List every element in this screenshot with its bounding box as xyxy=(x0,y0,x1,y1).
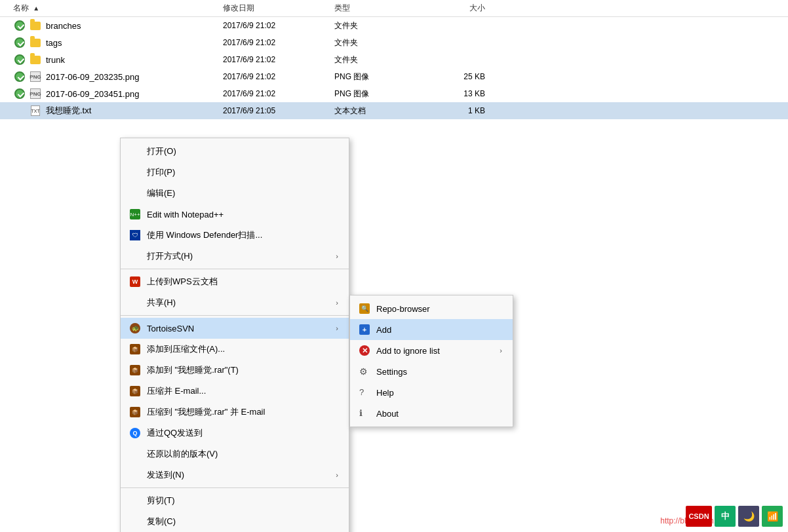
submenu-item-add[interactable]: + Add xyxy=(350,319,513,340)
file-list-header: 名称 ▲ 修改日期 类型 大小 xyxy=(0,0,788,17)
qq-icon: Q xyxy=(130,428,140,438)
file-date: 2017/6/9 21:05 xyxy=(223,106,334,115)
menu-label: 通过QQ发送到 xyxy=(147,427,338,439)
submenu-item-settings[interactable]: ⚙ Settings xyxy=(350,361,513,382)
table-row[interactable]: branches 2017/6/9 21:02 文件夹 xyxy=(0,17,788,34)
menu-item-sendto[interactable]: 发送到(N) › xyxy=(121,465,349,485)
file-list: branches 2017/6/9 21:02 文件夹 tags 2017/6/… xyxy=(0,17,788,119)
submenu-item-ignore[interactable]: ✕ Add to ignore list › xyxy=(350,340,513,361)
txt-icon: TXT xyxy=(31,105,40,116)
menu-separator xyxy=(121,487,349,488)
menu-item-compress4[interactable]: 📦 压缩到 "我想睡觉.rar" 并 E-mail xyxy=(121,402,349,423)
menu-item-openwith[interactable]: 打开方式(H) › xyxy=(121,246,349,267)
file-type-label: 文本文档 xyxy=(334,105,426,117)
menu-item-restore[interactable]: 还原以前的版本(V) xyxy=(121,444,349,465)
png-icon: PNG xyxy=(30,88,41,99)
menu-label: 上传到WPS云文档 xyxy=(147,276,338,288)
svn-ok-icon xyxy=(14,71,25,82)
file-type-icon: PNG xyxy=(29,70,42,83)
svn-status-icon xyxy=(13,87,26,100)
file-size: 13 KB xyxy=(426,89,492,98)
menu-icon xyxy=(128,515,142,528)
menu-icon xyxy=(128,250,142,263)
submenu-label: About xyxy=(376,409,502,419)
menu-label: 复制(C) xyxy=(147,516,338,527)
moon-icon: 🌙 xyxy=(738,506,759,527)
menu-icon xyxy=(128,187,142,200)
folder-icon xyxy=(30,39,41,47)
table-row[interactable]: tags 2017/6/9 21:02 文件夹 xyxy=(0,34,788,51)
ignore-icon: ✕ xyxy=(359,345,370,356)
file-name: branches xyxy=(46,21,81,31)
file-type-icon: PNG xyxy=(29,87,42,100)
file-date: 2017/6/9 21:02 xyxy=(223,55,334,64)
no-icon xyxy=(130,449,140,459)
menu-item-defender[interactable]: 🛡 使用 Windows Defender扫描... xyxy=(121,225,349,246)
file-type-label: 文件夹 xyxy=(334,37,426,48)
file-date: 2017/6/9 21:02 xyxy=(223,72,334,81)
svn-status-icon xyxy=(13,53,26,66)
menu-item-qq[interactable]: Q 通过QQ发送到 xyxy=(121,423,349,444)
header-name[interactable]: 名称 ▲ xyxy=(0,3,223,14)
submenu-icon: ✕ xyxy=(358,344,371,357)
menu-item-share[interactable]: 共享(H) › xyxy=(121,292,349,313)
csdn-icon: CSDN xyxy=(686,506,712,527)
menu-label: 压缩并 E-mail... xyxy=(147,385,338,397)
submenu-label: Add to ignore list xyxy=(376,346,500,356)
table-row[interactable]: trunk 2017/6/9 21:02 文件夹 xyxy=(0,51,788,68)
menu-label: 打开方式(H) xyxy=(147,250,336,262)
menu-separator xyxy=(121,315,349,316)
menu-item-compress3[interactable]: 📦 压缩并 E-mail... xyxy=(121,381,349,402)
menu-label: 使用 Windows Defender扫描... xyxy=(147,229,338,241)
menu-icon: 🛡 xyxy=(128,229,142,242)
submenu-item-about[interactable]: ℹ About xyxy=(350,403,513,424)
no-icon xyxy=(130,297,140,308)
menu-item-tortoise[interactable]: 🐢 TortoiseSVN › xyxy=(121,318,349,339)
no-icon xyxy=(130,470,140,480)
menu-item-compress2[interactable]: 📦 添加到 "我想睡觉.rar"(T) xyxy=(121,360,349,381)
menu-icon xyxy=(128,145,142,158)
menu-label: 发送到(N) xyxy=(147,469,336,481)
menu-icon xyxy=(128,468,142,482)
menu-item-notepad[interactable]: N++ Edit with Notepad++ xyxy=(121,204,349,225)
menu-item-edit[interactable]: 编辑(E) xyxy=(121,183,349,204)
menu-item-compress1[interactable]: 📦 添加到压缩文件(A)... xyxy=(121,339,349,360)
menu-item-wps[interactable]: W 上传到WPS云文档 xyxy=(121,271,349,292)
submenu-item-repo[interactable]: 🔍 Repo-browser xyxy=(350,298,513,319)
submenu-label: Help xyxy=(376,388,502,398)
table-row[interactable]: PNG 2017-06-09_203235.png 2017/6/9 21:02… xyxy=(0,68,788,85)
file-explorer: 名称 ▲ 修改日期 类型 大小 branches 2017/6/9 21:02 … xyxy=(0,0,788,532)
header-size[interactable]: 大小 xyxy=(426,3,492,14)
menu-item-open[interactable]: 打开(O) xyxy=(121,141,349,162)
help-icon: ? xyxy=(359,387,370,398)
table-row[interactable]: TXT 我想睡觉.txt 2017/6/9 21:05 文本文档 1 KB xyxy=(0,102,788,119)
no-icon xyxy=(130,251,140,261)
submenu-arrow: › xyxy=(336,252,338,260)
submenu-arrow: › xyxy=(500,347,502,354)
submenu-item-help[interactable]: ? Help xyxy=(350,382,513,403)
menu-label: 还原以前的版本(V) xyxy=(147,448,338,460)
svn-ok-icon xyxy=(14,88,25,99)
context-menu: 打开(O) 打印(P) 编辑(E) N++ Edit with Notepad+… xyxy=(120,138,349,532)
taskbar-icons: CSDN 中 🌙 📶 xyxy=(686,506,783,527)
menu-item-copy[interactable]: 复制(C) xyxy=(121,511,349,532)
compress-icon: 📦 xyxy=(130,407,140,417)
no-icon xyxy=(130,167,140,178)
file-name: 2017-06-09_203235.png xyxy=(46,72,139,82)
header-type[interactable]: 类型 xyxy=(334,3,426,14)
menu-item-print[interactable]: 打印(P) xyxy=(121,162,349,183)
menu-icon: 📦 xyxy=(128,406,142,419)
menu-label: 打印(P) xyxy=(147,166,338,178)
submenu-icon: ℹ xyxy=(358,407,371,420)
submenu-icon: ? xyxy=(358,386,371,399)
header-date[interactable]: 修改日期 xyxy=(223,3,334,14)
table-row[interactable]: PNG 2017-06-09_203451.png 2017/6/9 21:02… xyxy=(0,85,788,102)
menu-label: 共享(H) xyxy=(147,297,336,309)
menu-icon xyxy=(128,494,142,507)
menu-item-cut[interactable]: 剪切(T) xyxy=(121,490,349,511)
folder-icon xyxy=(30,22,41,30)
svn-status-icon xyxy=(13,19,26,32)
wps-icon: W xyxy=(130,276,140,287)
settings-icon: ⚙ xyxy=(359,366,370,377)
file-size: 25 KB xyxy=(426,72,492,81)
